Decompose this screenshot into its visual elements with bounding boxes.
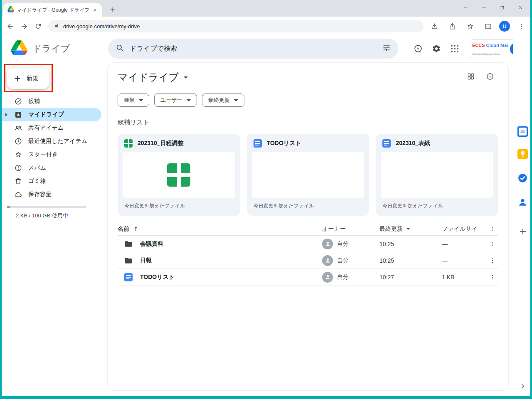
sort-descending-caret-icon [406, 228, 410, 230]
window-minimize-button[interactable] [475, 1, 493, 14]
drive-favicon-icon [7, 6, 14, 14]
owner-name: 自分 [337, 257, 349, 264]
lock-icon [54, 22, 59, 30]
rail-divider [518, 218, 527, 218]
file-name: 日報 [140, 257, 152, 264]
column-header-size[interactable]: ファイルサイ [442, 225, 487, 233]
url-text: drive.google.com/drive/my-drive [63, 23, 140, 30]
browser-tab[interactable]: マイドライブ - Google ドライブ [3, 3, 102, 17]
info-icon[interactable] [486, 72, 494, 82]
main-content-card: マイドライブ 種類 ユーザー 最終更新 [107, 62, 509, 391]
page-title-dropdown[interactable]: マイドライブ [118, 71, 188, 84]
suggestion-file-name: 202310_表紙 [396, 140, 430, 147]
storage-usage-text: 2 KB / 100 GB 使用中 [16, 212, 68, 219]
owner-avatar [322, 255, 333, 266]
my-drive-icon [14, 111, 22, 119]
add-addon-plus-icon[interactable] [518, 227, 527, 238]
contacts-icon[interactable] [517, 197, 528, 209]
google-apps-grid-icon[interactable] [449, 43, 461, 54]
capture-border-right [530, 0, 532, 399]
folder-icon [124, 256, 133, 265]
filter-chip-people[interactable]: ユーザー [154, 94, 197, 107]
reload-icon[interactable] [32, 20, 45, 33]
row-kebab-icon[interactable] [487, 241, 498, 247]
side-panel-icon[interactable] [481, 20, 495, 33]
suggestion-reason: 今日変更を加えたファイル [376, 198, 498, 214]
tab-close-icon[interactable] [91, 6, 99, 14]
owner-avatar [322, 272, 333, 283]
sidebar-item-recent[interactable]: 最近使用したアイテム [0, 135, 101, 148]
chevron-down-icon [187, 99, 191, 101]
back-icon[interactable] [3, 20, 17, 33]
row-kebab-icon[interactable] [487, 257, 498, 264]
new-button[interactable]: 新規 [7, 68, 49, 89]
search-input[interactable]: ドライブで検索 [130, 44, 377, 53]
table-row[interactable]: 日報 自分 10:25 — [118, 252, 498, 269]
workspace-side-rail: 31 [513, 36, 532, 396]
browser-toolbar: drive.google.com/drive/my-drive U [0, 17, 532, 36]
file-thumbnail [252, 152, 365, 198]
account-name: ECCS Cloud Mail [472, 43, 508, 48]
forward-icon[interactable] [17, 20, 31, 33]
file-size: — [442, 257, 487, 264]
help-icon[interactable]: ? [412, 43, 424, 54]
header-kebab-icon[interactable] [487, 226, 498, 232]
chevron-down-icon [139, 99, 143, 101]
sort-ascending-arrow-icon[interactable]: ↑ [133, 226, 138, 232]
app-name: ドライブ [32, 42, 70, 55]
suggestion-reason: 今日変更を加えたファイル [118, 198, 240, 214]
suggestion-card[interactable]: 202310_表紙 今日変更を加えたファイル [376, 134, 498, 216]
clock-icon [14, 137, 22, 145]
keep-icon[interactable] [517, 149, 528, 161]
search-icon[interactable] [116, 44, 124, 54]
docs-file-icon [382, 139, 391, 148]
browser-profile-avatar[interactable]: U [499, 21, 510, 32]
modified-time: 10:25 [379, 257, 442, 264]
spam-alert-icon [14, 164, 22, 172]
drive-brand[interactable]: ドライブ [11, 40, 70, 57]
storage-progress-fill [7, 206, 10, 208]
browser-menu-kebab-icon[interactable] [515, 20, 528, 33]
column-header-owner[interactable]: オーナー [322, 225, 379, 233]
file-size: 1 KB [442, 274, 487, 281]
tasks-icon[interactable] [517, 173, 528, 185]
sidebar-item-my-drive[interactable]: マイドライブ [0, 108, 101, 121]
sidebar-item-shared[interactable]: 共有アイテム [0, 121, 101, 135]
owner-name: 自分 [337, 273, 349, 281]
table-row[interactable]: 会議資料 自分 10:25 — [118, 236, 498, 252]
chevron-down-icon [184, 76, 188, 79]
sidebar-item-starred[interactable]: スター付き [0, 148, 101, 161]
filter-chip-modified[interactable]: 最終更新 [202, 94, 244, 107]
search-bar[interactable]: ドライブで検索 [108, 39, 398, 59]
row-kebab-icon[interactable] [487, 274, 498, 281]
table-row[interactable]: TODOリスト 自分 10:27 1 KB [118, 269, 498, 286]
calendar-icon[interactable]: 31 [517, 126, 528, 137]
suggestion-card[interactable]: 202310_日程調整 今日変更を加えたファイル [118, 134, 240, 216]
capture-border-bottom [0, 396, 532, 399]
window-close-button[interactable] [511, 1, 530, 14]
grid-view-toggle-icon[interactable] [467, 72, 475, 82]
new-tab-button[interactable] [107, 4, 118, 15]
expand-caret-icon[interactable] [5, 113, 7, 116]
suggestion-card[interactable]: TODOリスト 今日変更を加えたファイル [247, 134, 369, 216]
url-bar[interactable]: drive.google.com/drive/my-drive [48, 20, 424, 32]
download-icon[interactable] [428, 20, 441, 33]
plus-icon [13, 74, 22, 83]
filter-chip-type[interactable]: 種類 [118, 94, 149, 107]
share-icon[interactable] [446, 20, 459, 33]
sidebar-item-suggestions[interactable]: 候補 [0, 95, 101, 108]
sidebar-item-storage[interactable]: 保存容量 [0, 188, 101, 201]
settings-gear-icon[interactable] [431, 43, 442, 54]
sidebar-item-spam[interactable]: スパム [0, 161, 101, 175]
sidebar-item-trash[interactable]: ゴミ箱 [0, 175, 101, 188]
chevron-down-icon [234, 99, 238, 101]
column-header-name[interactable]: 名前 [118, 225, 129, 233]
bookmark-star-icon[interactable] [463, 20, 477, 33]
column-header-modified[interactable]: 最終更新 [379, 225, 442, 233]
account-tagline: Information Technology Center [472, 53, 500, 55]
window-maximize-button[interactable] [493, 1, 511, 14]
tab-search-chevron-icon[interactable] [456, 1, 475, 14]
collapse-panel-chevron-icon[interactable] [520, 383, 526, 391]
sidebar-nav: 候補 マイドライブ 共有アイテム 最近使用したアイテム スター付き スパム ゴミ… [0, 95, 101, 201]
search-filter-tune-icon[interactable] [382, 44, 391, 54]
